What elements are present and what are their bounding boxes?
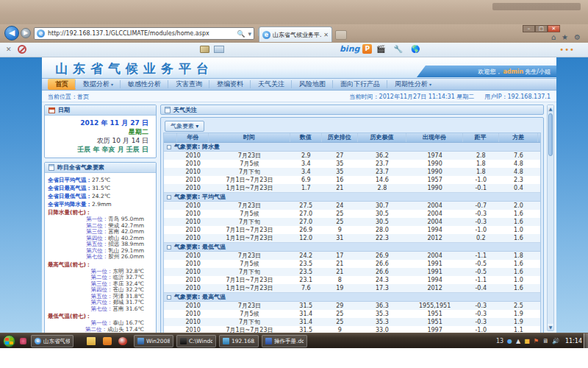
panel-icon [165, 107, 171, 113]
flag-action-center-icon[interactable]: ⚑ [534, 338, 539, 344]
table-cell: 1.0 [499, 226, 539, 234]
share-globe-icon[interactable]: 🌎 [411, 45, 420, 53]
sidebar: 日期 2012 年 11 月 27 日 星期二 农历 10 月 14 日 壬辰 … [44, 105, 157, 333]
table-cell: 35.3 [358, 318, 407, 326]
tab-title: 山东省气候业务平... [273, 31, 321, 39]
table-cell: 1.8 [463, 168, 499, 176]
table-cell: 2.8 [358, 184, 407, 192]
volume-icon[interactable]: 🔊 [552, 338, 559, 344]
window-app-icon [265, 338, 272, 344]
settings-gear-icon[interactable]: ⚙ [574, 33, 581, 41]
table-cell: 14.6 [358, 176, 407, 184]
messenger-icon[interactable]: ● [507, 338, 512, 344]
quick-launch-icon[interactable] [20, 338, 26, 344]
row-checkbox-column [164, 284, 177, 292]
minimize-icon[interactable]: – [523, 25, 535, 32]
app-orange-icon[interactable] [103, 337, 112, 345]
network-icon[interactable]: 🖥 [542, 338, 548, 344]
group-checkbox[interactable] [167, 245, 171, 250]
bing-toolbar-icon[interactable]: P [362, 44, 372, 54]
element-filter-button[interactable]: 气象要素 ▾ [165, 121, 204, 132]
table-cell: -0.3 [463, 210, 499, 218]
table-cell: 2010 [177, 218, 209, 226]
folder-icon[interactable] [87, 337, 96, 345]
table-cell: 2010 [177, 168, 209, 176]
group-checkbox[interactable] [167, 195, 171, 199]
taskbar-clock[interactable]: 11:14 [565, 338, 582, 344]
media-player-icon[interactable] [118, 337, 127, 345]
home-icon[interactable]: ⌂ [551, 33, 556, 41]
scrollbar-thumb[interactable] [548, 113, 553, 156]
table-cell: 8 [322, 276, 358, 284]
update-icon[interactable]: ■ [524, 338, 530, 344]
chevron-down-icon[interactable]: ▾ [248, 30, 251, 38]
table-cell: -0.3 [463, 302, 499, 310]
taskbar-window-button[interactable]: C:\Windows\s... [176, 335, 216, 347]
new-tab-button[interactable] [335, 30, 347, 40]
ime-indicator[interactable]: 13 [496, 338, 503, 344]
table-cell: 2.8 [463, 152, 499, 160]
address-bar[interactable]: e http://192.168.137.1/GLCCLIMATE/module… [34, 27, 254, 40]
stat-value: 24.2℃ [92, 193, 110, 199]
table-cell: 27.5 [290, 202, 323, 210]
nav-item-风险地图[interactable]: 风险地图 [292, 79, 333, 90]
page-viewport: 山东省气候业务平台 欢迎您， admin 先生/小姐 首页数据分析▾敏感性分析灾… [0, 57, 588, 333]
browser-tab[interactable]: e 山东省气候业务平... ✕ [259, 26, 332, 42]
weekday: 星期二 [48, 127, 148, 136]
rank-position: 第七位： [90, 305, 112, 312]
favorites-star-icon[interactable]: ★ [562, 33, 568, 41]
table-cell: 23.7 [358, 160, 407, 168]
screenshot-bottom-margin [0, 348, 588, 368]
mail-icon[interactable] [214, 46, 224, 53]
table-cell: 1994 [406, 276, 463, 284]
nav-item-面向下行产品[interactable]: 面向下行产品 [333, 79, 387, 90]
nav-item-首页[interactable]: 首页 [48, 79, 76, 90]
start-button[interactable] [3, 335, 15, 347]
table-row: 20107月下旬31.42535.31951-0.31.9 [164, 318, 540, 326]
show-desktop-button[interactable] [584, 333, 588, 349]
scroll-down-icon[interactable]: ▼ [548, 324, 553, 330]
table-cell: 9 [322, 226, 358, 234]
tools-icon[interactable]: 🔧 [393, 45, 402, 53]
url-text[interactable]: http://192.168.137.1/GLCCLIMATE/modules/… [48, 30, 237, 37]
table-group: 气象要素: 平均气温20107月23日27.52430.72004-0.72.0… [164, 193, 540, 243]
group-checkbox[interactable] [167, 295, 171, 300]
blocked-content-icon [18, 45, 26, 54]
table-cell: 2010 [177, 318, 209, 326]
table-cell: 2.3 [499, 176, 539, 184]
back-button-icon[interactable]: ◀ [4, 26, 19, 40]
nav-item-数据分析[interactable]: 数据分析▾ [76, 79, 121, 90]
nav-item-灾害查询[interactable]: 灾害查询 [168, 79, 209, 90]
table-cell: 26.6 [358, 260, 407, 268]
nav-item-敏感性分析[interactable]: 敏感性分析 [121, 79, 168, 90]
tab-close-icon[interactable]: ✕ [323, 32, 329, 38]
column-header: 历史排位 [322, 133, 358, 142]
maximize-icon[interactable]: □ [535, 25, 548, 32]
close-icon[interactable]: ✕ [548, 25, 560, 32]
group-checkbox[interactable] [167, 145, 171, 149]
camera-icon[interactable]: 🎬 [376, 45, 385, 53]
table-cell: 26.6 [358, 268, 407, 276]
row-checkbox-column [164, 152, 177, 160]
table-cell: 6.9 [290, 176, 323, 184]
wallet-card-icon[interactable] [200, 46, 209, 53]
nav-item-整编资料[interactable]: 整编资料 [209, 79, 251, 90]
taskbar-window-button[interactable]: 操作手册.docx .. [262, 335, 307, 347]
table-cell: 12.0 [290, 234, 323, 242]
nav-item-天气关注[interactable]: 天气关注 [251, 79, 292, 90]
nav-item-周期性分析[interactable]: 周期性分析▾ [387, 79, 439, 90]
toolbar-overflow-icon[interactable]: ••• [559, 46, 575, 54]
status-row: 当前位置：首页 当前时间：2012年11月27日 11:14:31 星期二 用户… [42, 91, 556, 102]
toolbar-close-icon[interactable]: ✕ [6, 46, 12, 53]
search-icon[interactable]: 🔍 [237, 30, 245, 38]
table-cell: 27.0 [290, 218, 323, 226]
table-cell: 2010 [177, 276, 209, 284]
page-scrollbar[interactable]: ▲ ▼ [547, 105, 554, 331]
taskbar-ie-window[interactable]: e 山东省气候业... [31, 335, 74, 347]
taskbar-window-button[interactable]: Win2008 (VS2... [134, 335, 173, 347]
table-row: 20101月1日~7月23日1.7212.81990-0.10.4 [164, 184, 540, 192]
forward-button-icon[interactable]: ▶ [21, 28, 31, 38]
show-hidden-icons[interactable]: ▲ [516, 338, 520, 344]
taskbar-window-button[interactable]: 192.168.59.99... [219, 335, 259, 347]
scroll-up-icon[interactable]: ▲ [548, 105, 553, 112]
